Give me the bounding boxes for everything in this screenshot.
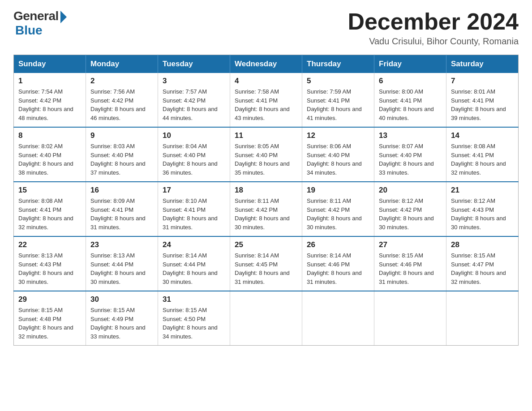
day-number: 23 <box>90 240 153 249</box>
calendar-cell: 2 Sunrise: 7:56 AMSunset: 4:42 PMDayligh… <box>86 73 158 127</box>
day-info: Sunrise: 8:15 AMSunset: 4:47 PMDaylight:… <box>451 252 506 285</box>
day-number: 5 <box>307 77 369 86</box>
calendar-cell <box>302 291 374 346</box>
calendar-cell: 25 Sunrise: 8:14 AMSunset: 4:45 PMDaylig… <box>230 236 302 291</box>
day-number: 26 <box>307 240 369 249</box>
day-info: Sunrise: 8:01 AMSunset: 4:41 PMDaylight:… <box>451 88 506 121</box>
day-header-thursday: Thursday <box>302 55 374 73</box>
day-info: Sunrise: 8:11 AMSunset: 4:42 PMDaylight:… <box>235 197 290 231</box>
calendar-cell: 23 Sunrise: 8:13 AMSunset: 4:44 PMDaylig… <box>86 236 158 291</box>
day-info: Sunrise: 8:02 AMSunset: 4:40 PMDaylight:… <box>18 143 73 176</box>
day-info: Sunrise: 8:15 AMSunset: 4:50 PMDaylight:… <box>163 307 218 340</box>
day-info: Sunrise: 8:14 AMSunset: 4:46 PMDaylight:… <box>307 252 362 285</box>
day-number: 14 <box>451 131 514 140</box>
day-info: Sunrise: 8:15 AMSunset: 4:49 PMDaylight:… <box>90 307 146 340</box>
header: General Blue December 2024 Vadu Crisului… <box>13 9 519 47</box>
calendar-cell: 4 Sunrise: 7:58 AMSunset: 4:41 PMDayligh… <box>230 73 302 127</box>
day-info: Sunrise: 8:10 AMSunset: 4:41 PMDaylight:… <box>163 197 218 231</box>
day-number: 31 <box>163 295 225 304</box>
day-number: 9 <box>90 131 153 140</box>
day-info: Sunrise: 8:08 AMSunset: 4:41 PMDaylight:… <box>18 197 73 231</box>
calendar-cell: 10 Sunrise: 8:04 AMSunset: 4:40 PMDaylig… <box>158 127 230 182</box>
day-number: 28 <box>451 240 514 249</box>
day-number: 11 <box>235 131 297 140</box>
day-info: Sunrise: 8:06 AMSunset: 4:40 PMDaylight:… <box>307 143 362 176</box>
week-row-2: 8 Sunrise: 8:02 AMSunset: 4:40 PMDayligh… <box>14 127 519 182</box>
day-number: 3 <box>163 77 225 86</box>
calendar-cell: 24 Sunrise: 8:14 AMSunset: 4:44 PMDaylig… <box>158 236 230 291</box>
day-info: Sunrise: 7:59 AMSunset: 4:41 PMDaylight:… <box>307 88 362 121</box>
calendar-cell: 19 Sunrise: 8:11 AMSunset: 4:42 PMDaylig… <box>302 182 374 236</box>
calendar-cell: 20 Sunrise: 8:12 AMSunset: 4:42 PMDaylig… <box>374 182 446 236</box>
calendar-table: SundayMondayTuesdayWednesdayThursdayFrid… <box>13 55 519 346</box>
day-info: Sunrise: 8:12 AMSunset: 4:42 PMDaylight:… <box>379 197 434 231</box>
day-info: Sunrise: 8:00 AMSunset: 4:41 PMDaylight:… <box>379 88 434 121</box>
calendar-cell <box>446 291 519 346</box>
calendar-cell: 31 Sunrise: 8:15 AMSunset: 4:50 PMDaylig… <box>158 291 230 346</box>
calendar-cell: 8 Sunrise: 8:02 AMSunset: 4:40 PMDayligh… <box>14 127 86 182</box>
day-info: Sunrise: 8:11 AMSunset: 4:42 PMDaylight:… <box>307 197 362 231</box>
day-number: 21 <box>451 186 514 195</box>
day-number: 12 <box>307 131 369 140</box>
week-row-1: 1 Sunrise: 7:54 AMSunset: 4:42 PMDayligh… <box>14 73 519 127</box>
calendar-cell: 3 Sunrise: 7:57 AMSunset: 4:42 PMDayligh… <box>158 73 230 127</box>
day-info: Sunrise: 8:12 AMSunset: 4:43 PMDaylight:… <box>451 197 506 231</box>
calendar-cell: 11 Sunrise: 8:05 AMSunset: 4:40 PMDaylig… <box>230 127 302 182</box>
day-info: Sunrise: 8:14 AMSunset: 4:44 PMDaylight:… <box>163 252 218 285</box>
day-header-tuesday: Tuesday <box>158 55 230 73</box>
day-info: Sunrise: 8:04 AMSunset: 4:40 PMDaylight:… <box>163 143 218 176</box>
day-number: 27 <box>379 240 442 249</box>
calendar-cell <box>230 291 302 346</box>
calendar-cell: 30 Sunrise: 8:15 AMSunset: 4:49 PMDaylig… <box>86 291 158 346</box>
calendar-cell: 17 Sunrise: 8:10 AMSunset: 4:41 PMDaylig… <box>158 182 230 236</box>
day-number: 19 <box>307 186 369 195</box>
calendar-cell: 7 Sunrise: 8:01 AMSunset: 4:41 PMDayligh… <box>446 73 519 127</box>
calendar-cell: 5 Sunrise: 7:59 AMSunset: 4:41 PMDayligh… <box>302 73 374 127</box>
day-number: 17 <box>163 186 225 195</box>
day-number: 6 <box>379 77 442 86</box>
day-number: 7 <box>451 77 514 86</box>
day-number: 8 <box>18 131 81 140</box>
day-header-saturday: Saturday <box>446 55 519 73</box>
day-number: 20 <box>379 186 442 195</box>
days-header-row: SundayMondayTuesdayWednesdayThursdayFrid… <box>14 55 519 73</box>
day-info: Sunrise: 8:03 AMSunset: 4:40 PMDaylight:… <box>90 143 146 176</box>
day-info: Sunrise: 8:13 AMSunset: 4:44 PMDaylight:… <box>90 252 146 285</box>
day-info: Sunrise: 8:13 AMSunset: 4:43 PMDaylight:… <box>18 252 73 285</box>
day-header-friday: Friday <box>374 55 446 73</box>
week-row-3: 15 Sunrise: 8:08 AMSunset: 4:41 PMDaylig… <box>14 182 519 236</box>
day-info: Sunrise: 8:08 AMSunset: 4:41 PMDaylight:… <box>451 143 506 176</box>
day-number: 18 <box>235 186 297 195</box>
day-info: Sunrise: 8:15 AMSunset: 4:46 PMDaylight:… <box>379 252 434 285</box>
calendar-cell: 14 Sunrise: 8:08 AMSunset: 4:41 PMDaylig… <box>446 127 519 182</box>
day-number: 1 <box>18 77 81 86</box>
calendar-cell: 16 Sunrise: 8:09 AMSunset: 4:41 PMDaylig… <box>86 182 158 236</box>
day-number: 30 <box>90 295 153 304</box>
logo: General Blue <box>13 9 67 38</box>
day-number: 22 <box>18 240 81 249</box>
logo-arrow-icon <box>60 11 67 23</box>
day-info: Sunrise: 7:56 AMSunset: 4:42 PMDaylight:… <box>90 88 146 121</box>
day-info: Sunrise: 8:14 AMSunset: 4:45 PMDaylight:… <box>235 252 290 285</box>
day-number: 16 <box>90 186 153 195</box>
month-title: December 2024 <box>348 9 519 34</box>
day-info: Sunrise: 8:15 AMSunset: 4:48 PMDaylight:… <box>18 307 73 340</box>
calendar-cell: 12 Sunrise: 8:06 AMSunset: 4:40 PMDaylig… <box>302 127 374 182</box>
calendar-cell: 13 Sunrise: 8:07 AMSunset: 4:40 PMDaylig… <box>374 127 446 182</box>
week-row-5: 29 Sunrise: 8:15 AMSunset: 4:48 PMDaylig… <box>14 291 519 346</box>
day-number: 24 <box>163 240 225 249</box>
calendar-cell: 29 Sunrise: 8:15 AMSunset: 4:48 PMDaylig… <box>14 291 86 346</box>
calendar-cell: 9 Sunrise: 8:03 AMSunset: 4:40 PMDayligh… <box>86 127 158 182</box>
day-header-monday: Monday <box>86 55 158 73</box>
day-info: Sunrise: 7:58 AMSunset: 4:41 PMDaylight:… <box>235 88 290 121</box>
title-area: December 2024 Vadu Crisului, Bihor Count… <box>348 9 519 47</box>
day-info: Sunrise: 7:57 AMSunset: 4:42 PMDaylight:… <box>163 88 218 121</box>
calendar-cell: 1 Sunrise: 7:54 AMSunset: 4:42 PMDayligh… <box>14 73 86 127</box>
location-subtitle: Vadu Crisului, Bihor County, Romania <box>348 36 519 47</box>
calendar-cell: 15 Sunrise: 8:08 AMSunset: 4:41 PMDaylig… <box>14 182 86 236</box>
calendar-cell: 28 Sunrise: 8:15 AMSunset: 4:47 PMDaylig… <box>446 236 519 291</box>
day-number: 10 <box>163 131 225 140</box>
week-row-4: 22 Sunrise: 8:13 AMSunset: 4:43 PMDaylig… <box>14 236 519 291</box>
day-number: 15 <box>18 186 81 195</box>
day-number: 4 <box>235 77 297 86</box>
